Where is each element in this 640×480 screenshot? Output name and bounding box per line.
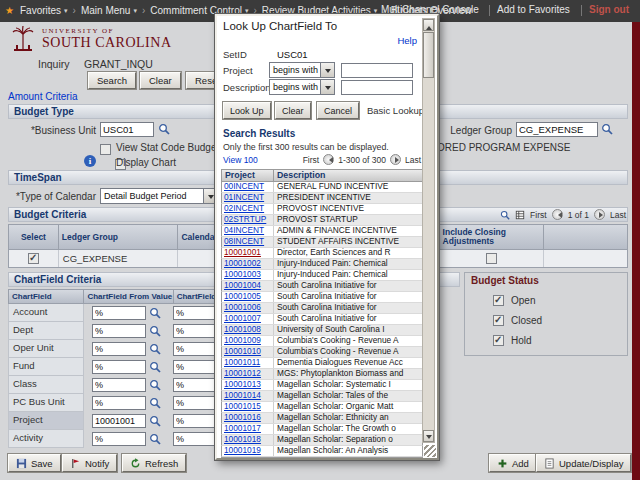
type-of-calendar-select[interactable]: Detail Budget Period (100, 188, 218, 204)
result-row[interactable]: 04INCENT ADMIN & FINANCE INCENTIVE (221, 226, 423, 237)
result-row[interactable]: 10001016 Magellan Scholar: Ethnicity an (221, 413, 423, 424)
grid-last-label[interactable]: Last (610, 210, 626, 220)
resize-grip[interactable] (424, 445, 436, 457)
scrollbar-thumb[interactable] (423, 32, 434, 78)
project-link[interactable]: 10001016 (222, 413, 274, 423)
result-row[interactable]: 10001004 South Carolina Initiative for (221, 281, 423, 292)
result-row[interactable]: 10001006 South Carolina Initiative for (221, 303, 423, 314)
save-button[interactable]: Save (8, 454, 61, 472)
description-search-input[interactable] (341, 80, 413, 95)
first-label[interactable]: First (303, 155, 320, 165)
ledger-group-lookup-icon[interactable] (601, 123, 613, 135)
chartfield-from-input[interactable] (92, 414, 146, 428)
clear-button[interactable]: Clear (140, 72, 181, 89)
download-grid-icon[interactable] (515, 210, 525, 220)
chartfield-from-lookup-icon[interactable] (149, 361, 161, 373)
nav-favorites[interactable]: Favorites (20, 3, 61, 19)
result-row[interactable]: 08INCENT STUDENT AFFAIRS INCENTIVE (221, 237, 423, 248)
project-link[interactable]: 10001007 (222, 314, 274, 324)
amount-criteria-link[interactable]: Amount Criteria (8, 91, 77, 102)
result-row[interactable]: 10001001 Director, Earth Sciences and R (221, 248, 423, 259)
result-row[interactable]: 10001002 Injury-Induced Pain: Chemical (221, 259, 423, 270)
view-stat-code-checkbox[interactable] (100, 144, 111, 155)
scroll-down-icon[interactable] (423, 430, 434, 442)
scroll-up-icon[interactable] (423, 19, 434, 31)
project-link[interactable]: 10001003 (222, 270, 274, 280)
result-row[interactable]: 10001013 Magellan Scholar: Systematic I (221, 380, 423, 391)
result-row[interactable]: 10001015 Magellan Scholar: Organic Matt (221, 402, 423, 413)
project-link[interactable]: 10001019 (222, 446, 274, 456)
result-row[interactable]: 10001005 South Carolina Initiative for (221, 292, 423, 303)
previous-page-icon[interactable] (552, 209, 563, 220)
project-link[interactable]: 10001008 (222, 325, 274, 335)
result-row[interactable]: 10001018 Magellan Scholar: Separation o (221, 435, 423, 446)
add-button[interactable]: Add (489, 454, 537, 472)
chartfield-from-lookup-icon[interactable] (149, 325, 161, 337)
dropdown-arrow-icon[interactable] (320, 63, 334, 77)
basic-lookup-link[interactable]: Basic Lookup (367, 105, 424, 116)
chartfield-from-input[interactable] (92, 342, 146, 356)
project-link[interactable]: 01INCENT (222, 193, 274, 203)
chartfield-from-input[interactable] (92, 396, 146, 410)
next-page-icon[interactable] (594, 209, 605, 220)
result-row[interactable]: 10001007 South Carolina Initiative for (221, 314, 423, 325)
result-row[interactable]: 10001011 Dementia Dialogues Revenue Acc (221, 358, 423, 369)
project-link[interactable]: 10001002 (222, 259, 274, 269)
chartfield-from-lookup-icon[interactable] (149, 343, 161, 355)
result-row[interactable]: 02STRTUP PROVOST STARTUP (221, 215, 423, 226)
project-link[interactable]: 10001012 (222, 369, 274, 379)
project-link[interactable]: 10001005 (222, 292, 274, 302)
select-checkbox[interactable] (28, 253, 39, 264)
project-link[interactable]: 10001017 (222, 424, 274, 434)
find-icon[interactable] (500, 210, 510, 220)
project-link[interactable]: 10001018 (222, 435, 274, 445)
search-button[interactable]: Search (88, 72, 136, 89)
project-link[interactable]: 10001004 (222, 281, 274, 291)
business-unit-field[interactable] (100, 122, 154, 137)
add-to-favorites-link[interactable]: Add to Favorites (497, 0, 570, 22)
include-closing-checkbox[interactable] (486, 253, 497, 264)
next-results-icon[interactable] (390, 154, 401, 165)
chartfield-from-input[interactable] (92, 306, 146, 320)
chartfield-from-lookup-icon[interactable] (149, 397, 161, 409)
status-checkbox[interactable] (493, 315, 504, 326)
chartfield-from-input[interactable] (92, 324, 146, 338)
notify-button[interactable]: Notify (62, 454, 117, 472)
description-operator-select[interactable]: begins with (269, 79, 335, 95)
project-link[interactable]: 10001014 (222, 391, 274, 401)
result-row[interactable]: 00INCENT GENERAL FUND INCENTIVE (221, 182, 423, 193)
chartfield-from-input[interactable] (92, 360, 146, 374)
ledger-group-field[interactable] (516, 122, 598, 137)
project-operator-select[interactable]: begins with (269, 62, 335, 78)
project-link[interactable]: 10001001 (222, 248, 274, 258)
help-link[interactable]: Help (397, 35, 417, 46)
project-link[interactable]: 10001015 (222, 402, 274, 412)
project-link[interactable]: 02STRTUP (222, 215, 274, 225)
last-label[interactable]: Last (405, 155, 421, 165)
dialog-scrollbar[interactable] (422, 18, 435, 443)
project-link[interactable]: 10001006 (222, 303, 274, 313)
status-checkbox[interactable] (493, 335, 504, 346)
project-search-input[interactable] (341, 63, 413, 78)
grid-first-label[interactable]: First (530, 210, 547, 220)
project-link[interactable]: 08INCENT (222, 237, 274, 247)
result-row[interactable]: 10001003 Injury-Induced Pain: Chemical (221, 270, 423, 281)
result-row[interactable]: 10001010 Columbia's Cooking - Revenue A (221, 347, 423, 358)
nav-main-menu[interactable]: Main Menu (81, 3, 130, 19)
chartfield-from-lookup-icon[interactable] (149, 433, 161, 445)
result-row[interactable]: 01INCENT PRESIDENT INCENTIVE (221, 193, 423, 204)
project-link[interactable]: 04INCENT (222, 226, 274, 236)
chartfield-from-input[interactable] (92, 378, 146, 392)
project-link[interactable]: 10001010 (222, 347, 274, 357)
status-checkbox[interactable] (493, 295, 504, 306)
result-row[interactable]: 10001008 University of South Carolina I (221, 325, 423, 336)
result-row[interactable]: 10001019 Magellan Scholar: An Analysis (221, 446, 423, 457)
result-row[interactable]: 10001017 Magellan Scholar: The Growth o (221, 424, 423, 435)
previous-results-icon[interactable] (323, 154, 334, 165)
result-row[interactable]: 02INCENT PROVOST INCENTIVE (221, 204, 423, 215)
result-row[interactable]: 10001012 MGS: Phytoplankton Biomass and (221, 369, 423, 380)
project-link[interactable]: 02INCENT (222, 204, 274, 214)
update-display-button[interactable]: Update/Display (536, 454, 631, 472)
lookup-cancel-button[interactable]: Cancel (317, 102, 359, 119)
chartfield-from-lookup-icon[interactable] (149, 379, 161, 391)
